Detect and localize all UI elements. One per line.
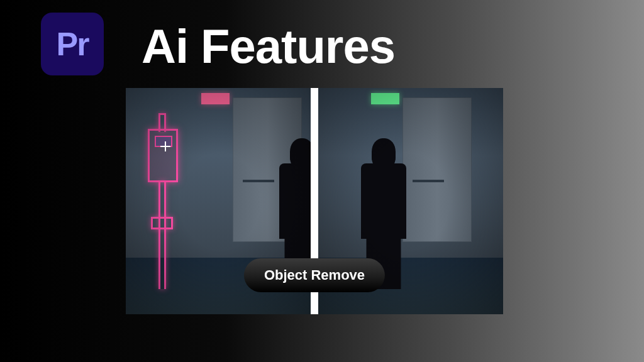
- crosshair-cursor-icon: [160, 141, 170, 151]
- person-body: [279, 163, 314, 239]
- object-junction: [151, 217, 173, 229]
- feature-label: Object Remove: [244, 258, 385, 292]
- logo-text: Pr: [57, 25, 89, 63]
- page-title: Ai Features: [142, 19, 395, 74]
- object-pipe-bottom: [158, 181, 166, 289]
- person-body: [361, 163, 406, 239]
- scene-door: [402, 97, 472, 242]
- before-after-comparison: Object Remove: [126, 88, 503, 314]
- door-handle: [413, 180, 444, 182]
- object-box: [148, 129, 178, 182]
- exit-sign: [371, 93, 399, 104]
- door-handle: [243, 180, 274, 182]
- selected-object-mask: [145, 113, 181, 289]
- premiere-pro-logo: Pr: [41, 13, 104, 75]
- exit-sign: [201, 93, 230, 104]
